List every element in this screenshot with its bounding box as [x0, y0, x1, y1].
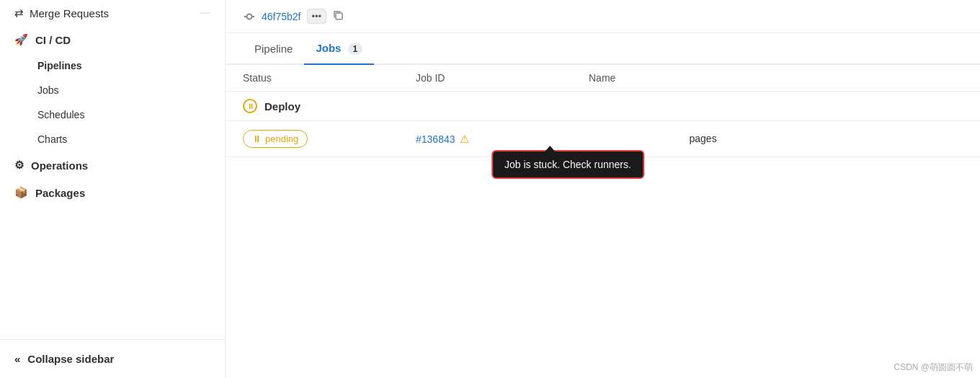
table-row: ⏸ pending #136843 ⚠ Job is stuck. Check …: [226, 121, 980, 157]
sidebar-section-operations[interactable]: ⚙ Operations: [0, 151, 225, 179]
merge-requests-badge: [200, 12, 210, 14]
sidebar-section-packages[interactable]: 📦 Packages: [0, 179, 225, 206]
copy-icon[interactable]: [332, 9, 344, 23]
commit-dots-button[interactable]: •••: [307, 9, 327, 24]
job-status-cell: ⏸ pending: [243, 130, 416, 148]
tab-jobs[interactable]: Jobs 1: [304, 33, 374, 65]
col-header-status: Status: [243, 72, 416, 84]
sidebar-item-schedules[interactable]: Schedules: [0, 102, 225, 127]
col-header-jobid: Job ID: [416, 72, 589, 84]
tab-jobs-badge: 1: [348, 43, 363, 55]
tab-pipeline-label: Pipeline: [254, 43, 293, 55]
tooltip-box: Job is stuck. Check runners.: [491, 150, 644, 179]
warning-icon: ⚠: [460, 133, 469, 146]
sidebar-item-pipelines[interactable]: Pipelines: [0, 53, 225, 78]
collapse-icon: «: [14, 353, 20, 365]
commit-hash[interactable]: 46f75b2f: [262, 11, 301, 22]
job-id-cell: #136843 ⚠ Job is stuck. Check runners.: [416, 130, 690, 146]
sidebar-item-merge-requests[interactable]: ⇄ Merge Requests: [0, 0, 225, 26]
job-id-link[interactable]: #136843: [416, 133, 455, 145]
sidebar-section-label-cicd: CI / CD: [35, 34, 71, 46]
col-header-name: Name: [589, 72, 963, 84]
tab-pipeline[interactable]: Pipeline: [243, 34, 304, 65]
tabs-row: Pipeline Jobs 1: [226, 33, 980, 65]
status-label: pending: [265, 133, 298, 144]
sidebar-collapse-button[interactable]: « Collapse sidebar: [0, 346, 225, 372]
sidebar-item-charts[interactable]: Charts: [0, 127, 225, 151]
sidebar-item-label-schedules: Schedules: [37, 109, 84, 120]
packages-icon: 📦: [14, 186, 28, 199]
deploy-status-icon: ⏸: [243, 99, 257, 113]
sidebar-item-jobs[interactable]: Jobs: [0, 78, 225, 102]
job-name-cell: pages: [690, 130, 963, 144]
status-icon: ⏸: [252, 133, 262, 144]
operations-icon: ⚙: [14, 159, 24, 172]
table-header: Status Job ID Name: [226, 65, 980, 92]
commit-graph-icon: [243, 10, 256, 23]
svg-rect-2: [336, 13, 342, 19]
section-deploy: ⏸ Deploy: [226, 92, 980, 121]
sidebar-item-label-merge-requests: Merge Requests: [30, 7, 109, 19]
sidebar-item-label-jobs: Jobs: [37, 84, 59, 96]
section-deploy-title: Deploy: [264, 100, 300, 113]
svg-point-1: [247, 14, 252, 19]
sidebar-section-label-packages: Packages: [35, 187, 85, 199]
cicd-icon: 🚀: [14, 33, 28, 46]
tab-jobs-label: Jobs: [316, 42, 341, 54]
watermark: CSDN @萌圆圆不萌: [894, 361, 973, 374]
sidebar-section-cicd[interactable]: 🚀 CI / CD: [0, 26, 225, 53]
sidebar-collapse-label: Collapse sidebar: [27, 353, 114, 365]
sidebar-item-label-charts: Charts: [37, 133, 67, 145]
status-badge: ⏸ pending: [243, 130, 308, 148]
job-id-row: #136843 ⚠: [416, 133, 469, 146]
sidebar: ⇄ Merge Requests 🚀 CI / CD Pipelines Job…: [0, 0, 226, 378]
sidebar-section-label-operations: Operations: [31, 159, 88, 172]
commit-row: 46f75b2f •••: [226, 0, 980, 33]
sidebar-item-label-pipelines: Pipelines: [37, 60, 81, 71]
job-name: pages: [690, 133, 717, 144]
merge-requests-icon: ⇄: [14, 6, 24, 19]
tooltip-text: Job is stuck. Check runners.: [504, 159, 631, 170]
main-content: 46f75b2f ••• Pipeline Jobs 1 Status Job …: [226, 0, 980, 378]
